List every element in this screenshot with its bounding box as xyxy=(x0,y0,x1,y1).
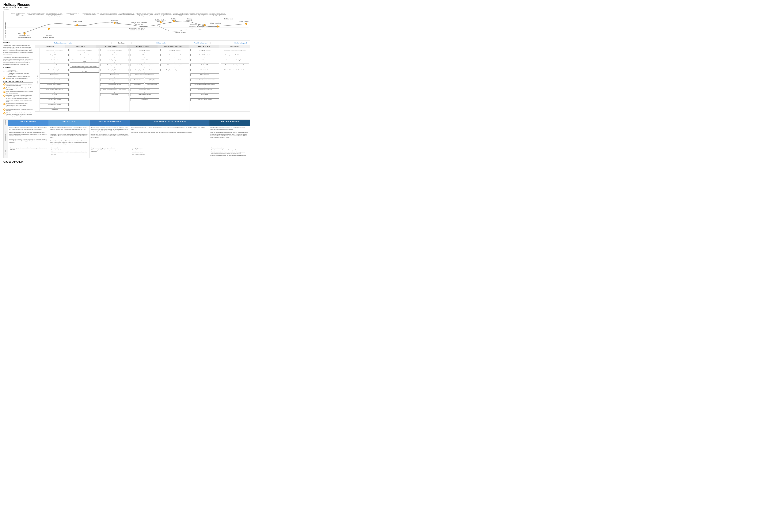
opp-icon-2: ★ xyxy=(3,87,6,89)
stages-label-cell: STAGES xyxy=(4,120,8,126)
arrow-2: ↓ xyxy=(54,57,55,58)
quote-1: I don't like having to spend this money.… xyxy=(9,13,27,17)
legend-line-dashed xyxy=(3,72,8,72)
post-col: Share a good experience with Holiday Res… xyxy=(220,48,250,112)
opp-icon-4: ★ xyxy=(3,95,6,97)
node-policy-mgmt-gateway: Arrive at policy management gateway xyxy=(130,64,159,66)
node-claim-status: Claim status updates via email xyxy=(190,98,219,101)
arrow-r2: ↓ xyxy=(84,57,85,58)
arrow-8: ↓ xyxy=(54,86,55,88)
stage-header-propose: PROPOSE VALUE xyxy=(49,120,89,126)
arrow-up8: ↓ xyxy=(144,86,145,88)
svg-point-30 xyxy=(204,24,206,26)
quote-5: I need to change things. I don't want to… xyxy=(81,13,99,17)
page: Holiday Rescue WEBSITE EXPERIENCE MAP Ve… xyxy=(0,0,253,166)
node-google-holiday: Google search for "Holiday Rescue" xyxy=(40,88,69,91)
key-opp-6: ★ Track claim progress online with a sta… xyxy=(3,109,33,112)
timeline-stages-bar: Full brand exposure begins Purchase Holi… xyxy=(35,42,250,44)
stage-purchase: Purchase xyxy=(112,42,131,44)
arrow-up7: ↓ xyxy=(144,81,145,83)
key-opp-title: KEY OPPORTUNITIES xyxy=(3,80,33,83)
legend-user-thoughts: User thoughts xyxy=(3,70,33,71)
arrow-6: ↓ xyxy=(54,76,55,78)
main-layout: NOTES An experience map is a high level … xyxy=(3,42,250,118)
node-leave-up: Leave website xyxy=(130,98,159,101)
legend-policy: Journey with policy updates or a claim r… xyxy=(3,73,33,75)
legend-items: User thoughts Standard holiday Journey w… xyxy=(3,70,33,79)
svg-text:Holiday ends: Holiday ends xyxy=(224,18,233,20)
node-social-media: Social media sharing / ads xyxy=(40,69,69,72)
legend-label-5: Key opportunity for website functionalit… xyxy=(6,78,27,79)
row-labels: TASK FLOWS xyxy=(35,48,39,112)
opp-icon-3: ★ xyxy=(3,91,6,93)
node-look-up-issue: Look up a particular issue to see if it … xyxy=(70,65,99,68)
opp-text-1: Show them that Holiday Rescue is standin… xyxy=(6,83,33,86)
node-modify-package: Modify package details xyxy=(100,59,129,62)
goals-advocacy: •Retain brand consistency. •Make the cus… xyxy=(209,146,250,158)
arrow-cl8: ↓ xyxy=(204,86,205,88)
arrow-7: ↓ xyxy=(54,81,55,83)
quote-12: My insurance was ready good, the more I … xyxy=(208,13,226,17)
stage-empty-1 xyxy=(92,42,112,44)
node-enter-payment-rtb: Enter payment details xyxy=(100,78,129,81)
goal-propose-2: Communicate the brand. xyxy=(51,149,64,151)
phase-ready: READY TO BUY xyxy=(96,45,127,48)
goal-conv-1: Keep the conversion process quick and ea… xyxy=(91,147,115,149)
arrow-r3: ↓ xyxy=(84,63,85,65)
opp-text-3: Speak with confidence that Holiday Rescu… xyxy=(6,91,33,94)
node-click-buy: Click "buy" on a package option xyxy=(100,64,129,66)
node-word-of-mouth: Word of mouth xyxy=(40,59,69,62)
desc-propose: The first visit to the Holiday Rescue we… xyxy=(49,126,90,146)
arrow-9: ↓ xyxy=(54,91,55,93)
arrow-12: ↓ xyxy=(54,106,55,108)
arrow-cl9: ↓ xyxy=(204,91,205,93)
svg-point-32 xyxy=(245,23,247,24)
arrow-cl3: ↓ xyxy=(204,62,205,63)
notes-body: An experience map is a high level docume… xyxy=(3,45,33,65)
node-link-sms-up: Link from SMS xyxy=(130,59,159,62)
svg-point-24 xyxy=(24,32,25,34)
goal-prove-1: Live up to promises. xyxy=(132,147,142,149)
refund-topup-row: Partial refund Top-up premium cost xyxy=(130,83,159,86)
quote-8: My holiday has finally begun! I can't be… xyxy=(136,13,154,17)
node-use-promo: Use a promo code for Holiday Rescue xyxy=(220,59,249,62)
node-leave-cl: Leave website xyxy=(190,93,219,96)
node-enter-policy-num: Enter policy number and email address xyxy=(130,69,159,72)
svg-text:needs to be updated: needs to be updated xyxy=(129,29,143,31)
node-arrive-ready: Arrive on website landing page xyxy=(100,49,129,52)
feelings-label: FEELINGS TIMELINE xyxy=(5,17,6,38)
svg-point-28 xyxy=(160,21,162,23)
node-scan-content: Scan over content xyxy=(70,54,99,56)
phase-headers: PRE-VISIT RESEARCH READY TO BUY UPDATE P… xyxy=(35,45,250,48)
node-talk-rescue: Talk to rescue team on the phone xyxy=(161,64,189,66)
flow-diagram-container: TASK FLOWS Google search for "Travel ins… xyxy=(35,48,250,112)
key-opp-4: ★ EDM and/or SMS should remind them of w… xyxy=(3,95,33,102)
node-phone-sms: Phone number from SMS xyxy=(161,59,189,62)
goals-conversion: •Keep the conversion process quick and e… xyxy=(89,146,130,158)
arrow-cl7: ↓ xyxy=(204,81,205,83)
desc-drive: Various methods of driving potential cus… xyxy=(8,126,49,146)
svg-text:ready to go: ready to go xyxy=(135,23,142,25)
version-label: Version 01-04 xyxy=(3,9,250,10)
opp-text-2: Provide an easy way to search through an… xyxy=(6,87,33,90)
legend-line-solid xyxy=(3,70,8,70)
arrow-em1: ↓ xyxy=(174,52,175,53)
node-cancel-policy: Cancel policy xyxy=(130,78,144,81)
task-flows-label-cell: TASK FLOWS xyxy=(35,48,39,112)
stage-definite-end: Definite holiday end xyxy=(230,42,250,44)
node-partial-refund: Partial refund xyxy=(130,83,144,86)
opp-icon-6: ★ xyxy=(3,109,6,111)
arrow-up6: ↓ xyxy=(144,76,145,78)
arrow-rb8: ↓ xyxy=(114,86,115,88)
footer: GOODFOLK xyxy=(3,160,250,164)
stage-empty-3 xyxy=(171,42,191,44)
node-landing-up: Landing page navigation xyxy=(130,49,159,52)
legend-line-orange xyxy=(3,74,7,74)
svg-text:Decide to buy: Decide to buy xyxy=(72,20,82,22)
node-sorted-rescue: Everything is sorted by rescue team xyxy=(161,69,189,72)
key-opp-1: ★ Show them that Holiday Rescue is stand… xyxy=(3,83,33,86)
ready-col: Arrive on website landing page ↓ Get a q… xyxy=(100,48,130,112)
arrow-rb4: ↓ xyxy=(114,67,115,68)
arrow-11: ↓ xyxy=(54,101,55,103)
node-enter-holder: Enter policy holder details xyxy=(100,69,129,72)
